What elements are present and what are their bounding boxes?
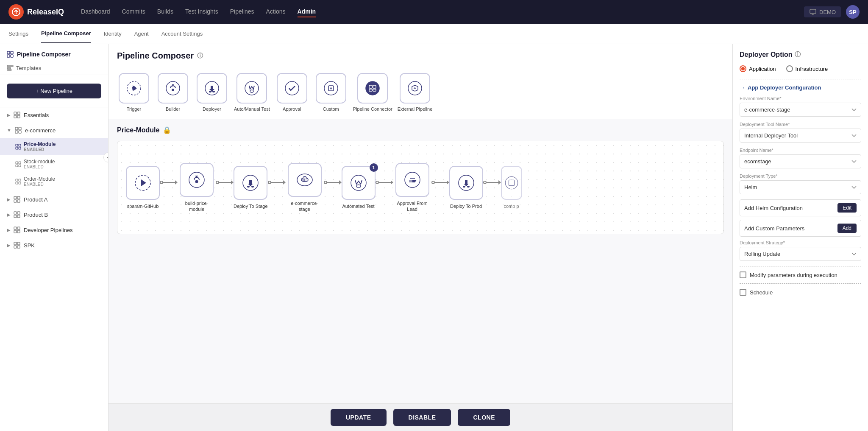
radio-infrastructure-label: Infrastructure <box>796 66 828 72</box>
logo-area[interactable]: ReleaseIQ <box>8 4 64 20</box>
sidebar-item-ecommerce[interactable]: ▼ e-commerce <box>0 123 108 138</box>
pipeline-canvas[interactable]: sparam-GitHub build-price-module <box>117 141 724 234</box>
panel-info-icon[interactable]: ⓘ <box>795 51 801 59</box>
svg-rect-7 <box>7 67 11 69</box>
svg-point-73 <box>351 175 366 190</box>
svg-rect-31 <box>14 200 17 202</box>
external-pipeline-label: External Pipeline <box>398 106 433 112</box>
component-test[interactable]: Auto/Manual Test <box>234 73 270 112</box>
sidebar-item-product-a[interactable]: ▶ Product A <box>0 192 108 207</box>
node-box-deployer-prod[interactable] <box>449 166 483 200</box>
component-builder[interactable]: Builder <box>156 73 190 112</box>
svg-rect-34 <box>17 212 20 214</box>
sidebar-pipeline-composer[interactable]: Pipeline Composer <box>0 44 108 61</box>
svg-rect-17 <box>16 144 18 146</box>
endpoint-name-select[interactable]: ecomstage <box>740 154 861 168</box>
component-deployer[interactable]: Deployer <box>195 73 229 112</box>
svg-rect-14 <box>19 127 21 130</box>
connector-7 <box>483 180 501 185</box>
node-box-approval[interactable] <box>395 163 429 197</box>
svg-rect-25 <box>16 179 18 181</box>
subnav-agent[interactable]: Agent <box>134 25 149 43</box>
composer-title: Pipeline Composer ⓘ <box>117 51 724 61</box>
node-ecommerce-stage[interactable]: ||| e-commerce-stage <box>286 163 324 213</box>
subnav-account-settings[interactable]: Account Settings <box>161 25 203 43</box>
svg-rect-37 <box>14 227 17 229</box>
node-box-test[interactable]: 1 <box>342 166 376 200</box>
node-automated-test[interactable]: 1 Automated Test <box>342 166 376 209</box>
radio-infrastructure[interactable]: Infrastructure <box>786 65 828 72</box>
custom-params-add-button[interactable]: Add <box>837 224 857 233</box>
order-module-status: ENABLED <box>24 182 55 187</box>
sidebar-item-spk[interactable]: ▶ SPK <box>0 238 108 253</box>
helm-config-edit-button[interactable]: Edit <box>837 203 857 213</box>
node-deploy-stage[interactable]: Deploy To Stage <box>234 166 268 209</box>
sidebar-item-order-module[interactable]: Order-Module ENABLED <box>0 173 108 190</box>
node-label-deploy-prod: Deploy To Prod <box>450 203 482 209</box>
node-sparam-github[interactable]: sparam-GitHub <box>126 166 160 209</box>
subnav-settings[interactable]: Settings <box>8 25 28 43</box>
pipeline-name-header: Price-Module 🔒 <box>117 126 724 134</box>
new-pipeline-button[interactable]: + New Pipeline <box>7 84 101 98</box>
node-build-price-module[interactable]: build-price-module <box>178 163 216 213</box>
nav-actions[interactable]: Actions <box>266 6 286 17</box>
node-label-comp: comp p <box>504 203 519 209</box>
sidebar-item-essentials[interactable]: ▶ Essentials <box>0 107 108 123</box>
subnav-identity[interactable]: Identity <box>104 25 122 43</box>
deployment-type-label: Deployment Type* <box>740 174 861 179</box>
environment-name-select[interactable]: e-commerce-stage <box>740 103 861 117</box>
sidebar-item-developer-pipelines[interactable]: ▶ Developer Pipelines <box>0 222 108 238</box>
nav-commits[interactable]: Commits <box>122 6 145 17</box>
nav-dashboard[interactable]: Dashboard <box>81 6 110 17</box>
schedule-checkbox[interactable] <box>740 289 746 296</box>
lock-icon: 🔒 <box>163 126 171 134</box>
disable-button[interactable]: DISABLE <box>393 409 451 426</box>
sidebar-item-product-b[interactable]: ▶ Product B <box>0 207 108 222</box>
nav-pipelines[interactable]: Pipelines <box>230 6 254 17</box>
deployment-tool-select[interactable]: Internal Deployer Tool <box>740 129 861 143</box>
demo-badge[interactable]: DEMO <box>804 6 841 17</box>
clone-button[interactable]: CLONE <box>458 409 510 426</box>
deployment-type-select[interactable]: Helm <box>740 180 861 194</box>
svg-rect-4 <box>7 55 10 57</box>
update-button[interactable]: UPDATE <box>331 409 387 426</box>
sidebar-item-stock-module[interactable]: Stock-module ENABLED <box>0 155 108 173</box>
sub-nav: Settings Pipeline Composer Identity Agen… <box>0 24 868 44</box>
component-pipeline-connector[interactable]: Pipeline Connector <box>353 73 392 112</box>
component-approval[interactable]: Approval <box>275 73 309 112</box>
radio-application[interactable]: Application <box>740 65 776 72</box>
nav-admin[interactable]: Admin <box>298 6 316 17</box>
node-comp-p[interactable]: comp p <box>501 166 522 209</box>
component-external-pipeline[interactable]: External Pipeline <box>398 73 433 112</box>
deployment-strategy-select[interactable]: Rolling Update <box>740 247 861 261</box>
main-layout: Pipeline Composer Templates + New Pipeli… <box>0 44 868 431</box>
nav-test-insights[interactable]: Test Insights <box>185 6 218 17</box>
modify-params-checkbox[interactable] <box>740 271 746 278</box>
component-custom[interactable]: Custom <box>314 73 348 112</box>
component-trigger[interactable]: Trigger <box>117 73 151 112</box>
info-icon[interactable]: ⓘ <box>197 52 203 60</box>
sidebar-item-price-module[interactable]: Price-Module ENABLED <box>0 138 108 155</box>
endpoint-name-field: Endpoint Name* ecomstage <box>740 148 861 168</box>
endpoint-name-label: Endpoint Name* <box>740 148 861 153</box>
node-box-cloud[interactable]: ||| <box>288 163 322 197</box>
svg-marker-65 <box>141 179 146 186</box>
deployment-strategy-label: Deployment Strategy* <box>740 240 861 245</box>
node-box-builder[interactable] <box>180 163 214 197</box>
svg-point-52 <box>212 91 215 92</box>
components-row: Trigger Builder Deployer A <box>108 66 732 119</box>
subnav-pipeline-composer[interactable]: Pipeline Composer <box>41 24 91 43</box>
node-approval[interactable]: Approval From Lead <box>393 163 431 213</box>
svg-point-79 <box>505 176 517 189</box>
user-avatar[interactable]: SP <box>846 5 860 19</box>
node-deploy-prod[interactable]: Deploy To Prod <box>449 166 483 209</box>
chevron-right-icon2: ▶ <box>7 197 10 202</box>
sidebar-templates[interactable]: Templates <box>0 61 108 75</box>
section-divider-3 <box>740 283 861 284</box>
nav-links: Dashboard Commits Builds Test Insights P… <box>81 6 791 17</box>
node-box-trigger[interactable] <box>126 166 160 200</box>
node-box-deployer-stage[interactable] <box>234 166 267 200</box>
node-box-comp[interactable] <box>501 166 522 200</box>
svg-point-74 <box>356 185 361 188</box>
nav-builds[interactable]: Builds <box>157 6 173 17</box>
